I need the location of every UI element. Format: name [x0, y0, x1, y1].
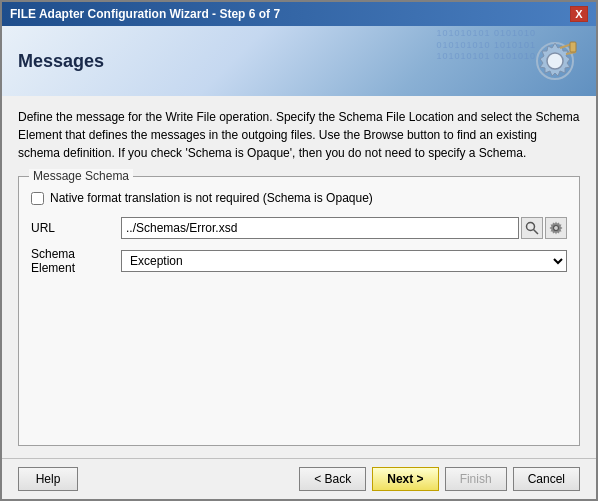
- opaque-checkbox-row: Native format translation is not require…: [31, 191, 567, 205]
- url-input-group: [121, 217, 567, 239]
- schema-element-select[interactable]: Exception: [121, 250, 567, 272]
- schema-element-select-group: Exception: [121, 250, 567, 272]
- opaque-checkbox[interactable]: [31, 192, 44, 205]
- svg-line-6: [534, 230, 539, 235]
- url-row: URL: [31, 217, 567, 239]
- help-button[interactable]: Help: [18, 467, 78, 491]
- back-button[interactable]: < Back: [299, 467, 366, 491]
- browse-search-button[interactable]: [521, 217, 543, 239]
- header-title: Messages: [18, 51, 104, 72]
- footer-right: < Back Next > Finish Cancel: [299, 467, 580, 491]
- header-icon: [530, 36, 580, 86]
- svg-point-8: [554, 226, 559, 231]
- window-title: FILE Adapter Configuration Wizard - Step…: [10, 7, 280, 21]
- wizard-icon: [532, 38, 578, 84]
- header-bg-text: 101010101 0101010010101010 1010101101010…: [436, 28, 536, 63]
- schema-element-row: Schema Element Exception: [31, 247, 567, 275]
- svg-point-5: [527, 223, 535, 231]
- footer-left: Help: [18, 467, 78, 491]
- url-input[interactable]: [121, 217, 519, 239]
- header-banner: Messages 101010101 0101010010101010 1010…: [2, 26, 596, 96]
- message-schema-group: Message Schema Native format translation…: [18, 176, 580, 446]
- svg-rect-4: [570, 42, 576, 52]
- group-legend: Message Schema: [29, 169, 133, 183]
- gear-icon: [549, 221, 563, 235]
- wizard-window: FILE Adapter Configuration Wizard - Step…: [0, 0, 598, 501]
- settings-button[interactable]: [545, 217, 567, 239]
- svg-point-1: [547, 53, 563, 69]
- title-bar: FILE Adapter Configuration Wizard - Step…: [2, 2, 596, 26]
- description-text: Define the message for the Write File op…: [18, 108, 580, 162]
- next-button[interactable]: Next >: [372, 467, 438, 491]
- schema-element-label: Schema Element: [31, 247, 121, 275]
- opaque-checkbox-label[interactable]: Native format translation is not require…: [50, 191, 373, 205]
- cancel-button[interactable]: Cancel: [513, 467, 580, 491]
- main-content: Define the message for the Write File op…: [2, 96, 596, 458]
- close-button[interactable]: X: [570, 6, 588, 22]
- url-label: URL: [31, 221, 121, 235]
- finish-button[interactable]: Finish: [445, 467, 507, 491]
- search-icon: [525, 221, 539, 235]
- footer: Help < Back Next > Finish Cancel: [2, 458, 596, 499]
